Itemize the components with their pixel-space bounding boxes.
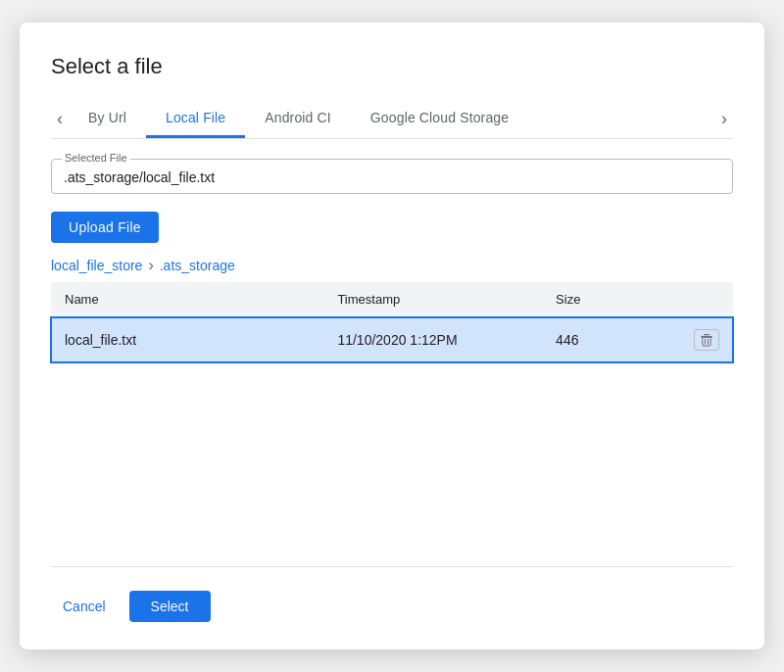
breadcrumb-current[interactable]: .ats_storage: [160, 258, 235, 273]
table-row[interactable]: local_file.txt 11/10/2020 1:12PM 446: [51, 317, 733, 363]
dialog-title: Select a file: [51, 54, 733, 79]
file-timestamp-cell: 11/10/2020 1:12PM: [323, 317, 542, 363]
svg-rect-1: [704, 334, 710, 335]
delete-file-button[interactable]: [694, 329, 719, 351]
trash-icon: [700, 333, 713, 347]
table-body: local_file.txt 11/10/2020 1:12PM 446: [51, 317, 733, 363]
upload-file-button[interactable]: Upload File: [51, 212, 159, 243]
select-file-dialog: Select a file ‹ By Url Local File Androi…: [20, 23, 764, 649]
dialog-footer: Cancel Select: [51, 566, 733, 622]
content-area: Selected File .ats_storage/local_file.tx…: [51, 139, 733, 566]
selected-file-field: Selected File .ats_storage/local_file.tx…: [51, 159, 733, 194]
col-header-action: [664, 282, 733, 317]
selected-file-label: Selected File: [62, 152, 130, 164]
tabs-row: ‹ By Url Local File Android CI Google Cl…: [51, 99, 733, 139]
tab-next-button[interactable]: ›: [715, 99, 733, 138]
tabs-list: By Url Local File Android CI Google Clou…: [69, 100, 715, 137]
file-action-cell: [664, 317, 733, 363]
select-button[interactable]: Select: [129, 591, 211, 622]
col-header-timestamp: Timestamp: [323, 282, 542, 317]
table-header: Name Timestamp Size: [51, 282, 733, 317]
file-table: Name Timestamp Size local_file.txt 11/10…: [51, 282, 733, 362]
tab-prev-button[interactable]: ‹: [51, 99, 69, 138]
col-header-size: Size: [542, 282, 664, 317]
selected-file-value: .ats_storage/local_file.txt: [64, 168, 720, 185]
tab-by-url[interactable]: By Url: [69, 100, 146, 138]
breadcrumb-root-link[interactable]: local_file_store: [51, 258, 142, 273]
tab-android-ci[interactable]: Android CI: [245, 100, 351, 138]
file-size-cell: 446: [542, 317, 664, 363]
col-header-name: Name: [51, 282, 323, 317]
cancel-button[interactable]: Cancel: [51, 591, 118, 622]
breadcrumb-separator: ›: [148, 257, 153, 274]
file-name-cell: local_file.txt: [51, 317, 323, 363]
tab-local-file[interactable]: Local File: [146, 100, 245, 138]
breadcrumb: local_file_store › .ats_storage: [51, 257, 733, 274]
tab-google-cloud-storage[interactable]: Google Cloud Storage: [351, 100, 528, 138]
